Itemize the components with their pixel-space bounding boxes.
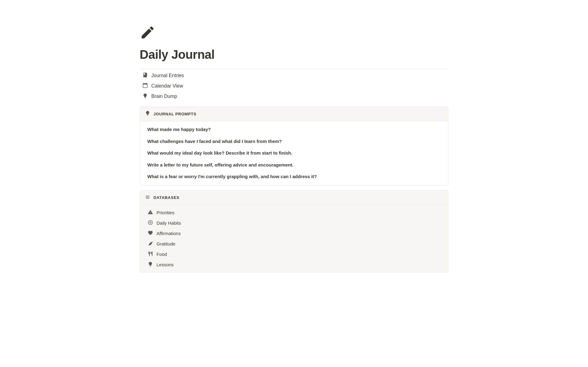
databases-icon <box>145 194 150 201</box>
calendar-icon <box>142 83 148 89</box>
nav-section: Journal Entries Calendar View Brain Dump <box>140 70 448 102</box>
food-icon <box>147 251 153 258</box>
db-item-food[interactable]: Food <box>140 249 448 260</box>
db-label-food: Food <box>156 252 167 257</box>
databases-content: Priorities Daily Habits Affirmatio <box>140 205 448 272</box>
journal-prompts-header: JOURNAL PROMPTS <box>140 107 448 121</box>
nav-item-brain-dump[interactable]: Brain Dump <box>140 91 448 102</box>
target-icon <box>147 220 153 227</box>
db-item-affirmations[interactable]: Affirmations <box>140 228 448 239</box>
nav-label-journal-entries: Journal Entries <box>151 73 184 78</box>
prompt-3: What would my ideal day look like? Descr… <box>140 147 448 159</box>
journal-prompts-section: JOURNAL PROMPTS What made me happy today… <box>140 107 448 185</box>
triangle-icon <box>147 209 153 216</box>
page-title: Daily Journal <box>140 48 448 62</box>
db-label-gratitude: Gratitude <box>156 241 175 246</box>
journal-prompts-title: JOURNAL PROMPTS <box>153 112 196 116</box>
nav-label-calendar-view: Calendar View <box>151 83 183 89</box>
db-item-gratitude[interactable]: Gratitude <box>140 239 448 249</box>
databases-section: DATABASES Priorities Daily Habi <box>140 190 448 273</box>
prompt-2: What challenges have I faced and what di… <box>140 136 448 148</box>
prompt-1: What made me happy today? <box>140 124 448 136</box>
prompt-4: Write a letter to my future self, offeri… <box>140 159 448 171</box>
prompts-icon <box>145 110 150 117</box>
nav-item-journal-entries[interactable]: Journal Entries <box>140 70 448 81</box>
prompt-5: What is a fear or worry I'm currently gr… <box>140 171 448 183</box>
lessons-icon <box>147 261 153 268</box>
db-label-daily-habits: Daily Habits <box>156 220 181 226</box>
clover-icon <box>147 241 153 247</box>
db-label-affirmations: Affirmations <box>156 231 181 236</box>
title-divider <box>140 69 448 69</box>
db-label-lessons: Lessons <box>156 262 174 267</box>
db-item-lessons[interactable]: Lessons <box>140 260 448 270</box>
nav-item-calendar-view[interactable]: Calendar View <box>140 81 448 91</box>
journal-prompts-content: What made me happy today? What challenge… <box>140 121 448 185</box>
db-item-daily-habits[interactable]: Daily Habits <box>140 218 448 228</box>
db-label-priorities: Priorities <box>156 210 174 215</box>
page-icon <box>140 24 448 43</box>
nav-label-brain-dump: Brain Dump <box>151 94 177 99</box>
book-icon <box>142 72 148 79</box>
databases-title: DATABASES <box>153 195 179 200</box>
db-item-priorities[interactable]: Priorities <box>140 208 448 218</box>
lightbulb-icon <box>142 93 148 100</box>
databases-header: DATABASES <box>140 191 448 205</box>
heart-icon <box>147 230 153 237</box>
